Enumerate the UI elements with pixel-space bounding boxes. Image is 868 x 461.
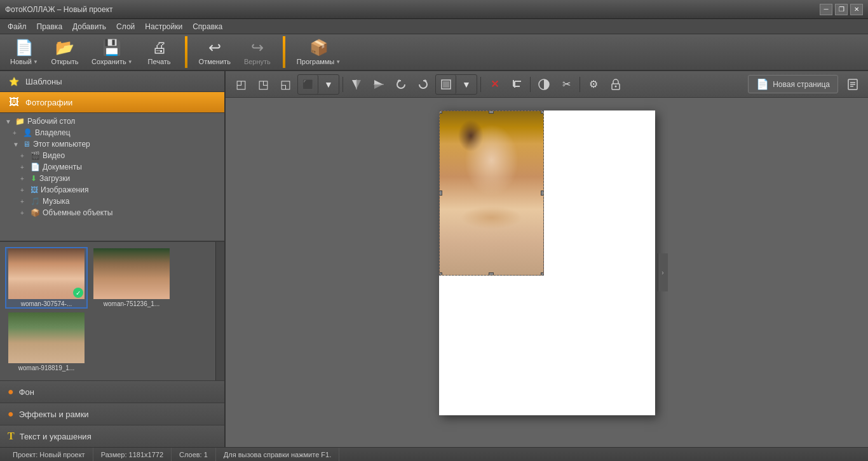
status-help: Для вызова справки нажмите F1. xyxy=(216,448,339,461)
expand-computer[interactable]: ▼ xyxy=(13,141,20,148)
align-left-button[interactable]: ⬛ xyxy=(298,75,318,94)
downloads-icon: ⬇ xyxy=(31,174,37,183)
tab-photos[interactable]: 🖼 Фотографии xyxy=(0,92,224,113)
flip-h-button[interactable] xyxy=(346,75,367,94)
right-panel-collapse[interactable]: › xyxy=(658,253,668,291)
menu-add[interactable]: Добавить xyxy=(67,21,111,32)
expand-images[interactable]: + xyxy=(20,187,28,194)
tree-item-owner[interactable]: + 👤 Владелец xyxy=(10,127,222,138)
menu-file[interactable]: Файл xyxy=(3,21,32,32)
tree-item-images[interactable]: + 🖼 Изображения xyxy=(18,184,222,196)
redo-button[interactable]: ↪ Вернуть xyxy=(238,37,276,67)
fit-group: ▼ xyxy=(435,74,477,95)
scissors-button[interactable]: ✂ xyxy=(556,75,576,94)
secondary-toolbar: ◰ ◳ ◱ ⬛ ▼ xyxy=(226,71,868,98)
canvas-workspace[interactable]: › xyxy=(426,98,668,447)
file-tree[interactable]: ▼ 📁 Рабочий стол + 👤 Владелец ▼ 🖥 Этот к… xyxy=(0,113,224,241)
align-tr-button[interactable]: ◱ xyxy=(275,75,295,94)
window-title: ФотоКОЛЛАЖ – Новый проект xyxy=(5,5,113,14)
status-size: Размер: 1181x1772 xyxy=(93,448,172,461)
tree-item-3d[interactable]: + 📦 Объемные объекты xyxy=(18,207,222,218)
lock-button[interactable] xyxy=(606,75,626,94)
undo-button[interactable]: ↩ Отменить xyxy=(194,37,236,67)
menu-edit[interactable]: Правка xyxy=(32,21,68,32)
video-icon: 🎬 xyxy=(31,151,40,160)
thumbnail-2[interactable]: woman-751236_1... xyxy=(90,247,173,309)
size-value: 1181x1772 xyxy=(129,451,163,458)
new-page-label: Новая страница xyxy=(773,80,830,89)
print-label: Печать xyxy=(148,58,171,65)
tree-item-documents[interactable]: + 📄 Документы xyxy=(18,161,222,173)
tab-effects[interactable]: ● Эффекты и рамки xyxy=(0,403,224,425)
menu-settings[interactable]: Настройки xyxy=(140,21,187,32)
thumbnails-scrollbar[interactable] xyxy=(215,242,224,380)
restore-button[interactable]: ❐ xyxy=(835,4,848,15)
settings-button[interactable]: ⚙ xyxy=(583,75,604,94)
photos-label: Фотографии xyxy=(25,98,72,107)
title-bar: ФотоКОЛЛАЖ – Новый проект ─ ❐ ✕ xyxy=(0,0,868,19)
align-tl-button[interactable]: ◰ xyxy=(231,75,251,94)
sec-sep-2 xyxy=(480,77,481,92)
status-bar: Проект: Новый проект Размер: 1181x1772 С… xyxy=(0,447,868,461)
svg-marker-3 xyxy=(374,80,383,84)
thumb-img-3 xyxy=(8,312,85,363)
expand-desktop[interactable]: ▼ xyxy=(5,118,13,125)
redo-icon: ↪ xyxy=(251,39,264,57)
print-button[interactable]: 🖨 Печать xyxy=(140,37,179,67)
rotate-ccw-button[interactable] xyxy=(391,75,411,94)
tree-item-video[interactable]: + 🎬 Видео xyxy=(18,150,222,161)
thumb-portrait-art-3 xyxy=(8,312,85,363)
new-page-button[interactable]: 📄 Новая страница xyxy=(748,75,838,93)
expand-music[interactable]: + xyxy=(20,198,28,205)
programs-label: Программы xyxy=(297,58,334,65)
align-tc-button[interactable]: ◳ xyxy=(253,75,273,94)
thumbnail-1[interactable]: ✓ woman-307574-... xyxy=(5,247,88,309)
color-adjust-button[interactable] xyxy=(534,75,554,94)
flip-v-icon xyxy=(373,79,384,90)
crop-button[interactable] xyxy=(506,75,527,94)
svg-rect-9 xyxy=(443,81,449,88)
tree-item-music[interactable]: + 🎵 Музыка xyxy=(18,196,222,207)
programs-button[interactable]: 📦 Программы ▼ xyxy=(292,37,346,67)
left-panel: ⭐ Шаблоны 🖼 Фотографии ▼ 📁 Рабочий стол … xyxy=(0,71,226,447)
tree-item-downloads[interactable]: + ⬇ Загрузки xyxy=(18,173,222,184)
expand-owner[interactable]: + xyxy=(13,130,20,137)
page-settings-button[interactable] xyxy=(843,75,863,94)
page-canvas xyxy=(439,110,655,415)
tab-text[interactable]: T Текст и украшения xyxy=(0,425,224,447)
selected-badge-1: ✓ xyxy=(73,288,83,298)
save-arrow[interactable]: ▼ xyxy=(128,59,133,65)
tab-background[interactable]: ● Фон xyxy=(0,380,224,403)
minimize-button[interactable]: ─ xyxy=(820,4,832,15)
rotate-cw-button[interactable] xyxy=(413,75,433,94)
expand-3d[interactable]: + xyxy=(20,210,28,217)
tab-templates[interactable]: ⭐ Шаблоны xyxy=(0,71,224,92)
menu-help[interactable]: Справка xyxy=(187,21,227,32)
fit-button[interactable] xyxy=(436,75,456,94)
rotate-cw-icon xyxy=(417,79,429,90)
new-button[interactable]: 📄 Новый ▼ xyxy=(5,37,43,67)
expand-documents[interactable]: + xyxy=(20,164,28,171)
tree-item-computer[interactable]: ▼ 🖥 Этот компьютер xyxy=(10,138,222,150)
effects-label: Эффекты и рамки xyxy=(19,410,89,419)
portrait-art xyxy=(440,111,543,275)
lock-icon xyxy=(611,79,621,90)
delete-button[interactable]: ✕ xyxy=(484,75,505,94)
open-button[interactable]: 📂 Открыть xyxy=(46,37,84,67)
flip-v-button[interactable] xyxy=(369,75,389,94)
documents-icon: 📄 xyxy=(31,163,40,171)
thumbnail-3[interactable]: woman-918819_1... xyxy=(5,311,88,373)
expand-downloads[interactable]: + xyxy=(20,175,28,182)
menu-layer[interactable]: Слой xyxy=(111,21,140,32)
menu-bar: Файл Правка Добавить Слой Настройки Спра… xyxy=(0,19,868,34)
new-arrow[interactable]: ▼ xyxy=(33,59,38,65)
fit-dropdown-button[interactable]: ▼ xyxy=(456,75,477,94)
canvas-placed-image[interactable] xyxy=(439,110,544,276)
programs-icon: 📦 xyxy=(309,39,329,57)
align-dropdown-button[interactable]: ▼ xyxy=(318,75,339,94)
tree-item-desktop[interactable]: ▼ 📁 Рабочий стол xyxy=(3,116,222,127)
close-button[interactable]: ✕ xyxy=(850,4,863,15)
expand-video[interactable]: + xyxy=(20,152,28,159)
programs-arrow[interactable]: ▼ xyxy=(336,59,341,65)
save-button[interactable]: 💾 Сохранить ▼ xyxy=(86,37,138,67)
